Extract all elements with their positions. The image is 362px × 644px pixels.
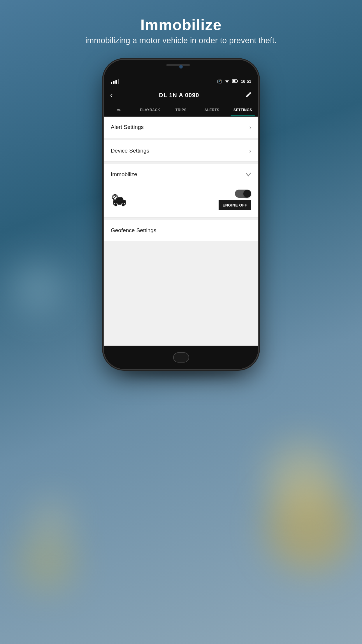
immobilize-row[interactable]: Immobilize — [104, 164, 258, 185]
tab-settings-label: SETTINGS — [233, 108, 252, 112]
front-camera — [179, 65, 183, 69]
phone-shell: 📳 16:51 ‹ DL 1N A 0090 — [104, 60, 258, 369]
alert-settings-item: Alert Settings › — [104, 117, 258, 138]
tab-playback[interactable]: PLAYBACK — [135, 103, 166, 116]
toggle-thumb — [243, 190, 251, 197]
car-immobilize-icon — [111, 193, 128, 207]
battery-icon — [232, 79, 238, 84]
phone-top-bezel — [104, 60, 258, 76]
tab-bar: VE PLAYBACK TRIPS ALERTS SETTINGS — [104, 103, 258, 117]
edit-button[interactable] — [245, 91, 252, 99]
page-title: Immobilize — [85, 16, 277, 34]
immobilize-content: ENGINE OFF — [104, 185, 258, 217]
page-header: Immobilize immobilizing a motor vehicle … — [85, 16, 277, 45]
bokeh-decoration — [266, 440, 339, 513]
tab-trips[interactable]: TRIPS — [166, 103, 196, 116]
time-display: 16:51 — [241, 79, 251, 84]
status-bar: 📳 16:51 — [104, 76, 258, 87]
device-settings-row[interactable]: Device Settings › — [104, 140, 258, 161]
speaker-grill — [166, 64, 190, 66]
vibrate-icon: 📳 — [217, 79, 222, 84]
immobilize-label: Immobilize — [111, 171, 137, 178]
immobilize-toggle[interactable] — [235, 190, 251, 198]
immobilize-item: Immobilize — [104, 164, 258, 218]
immobilize-toggle-area: ENGINE OFF — [219, 190, 251, 210]
chevron-right-icon: › — [249, 124, 251, 131]
chevron-down-icon — [245, 171, 251, 178]
geofence-settings-label: Geofence Settings — [111, 227, 156, 234]
svg-point-4 — [114, 203, 117, 206]
bokeh-decoration — [12, 262, 64, 315]
signal-icon — [111, 79, 119, 84]
engine-status-badge: ENGINE OFF — [219, 200, 251, 210]
geofence-settings-item: Geofence Settings — [104, 220, 258, 241]
bokeh-decoration — [29, 498, 73, 542]
alert-settings-label: Alert Settings — [111, 124, 144, 130]
geofence-settings-row[interactable]: Geofence Settings — [104, 220, 258, 241]
back-button[interactable]: ‹ — [110, 91, 113, 100]
settings-list: Alert Settings › Device Settings › Immob… — [104, 117, 258, 244]
signal-bar-4 — [118, 79, 119, 84]
tab-settings[interactable]: SETTINGS — [227, 103, 258, 116]
tab-alerts[interactable]: ALERTS — [196, 103, 227, 116]
tab-live[interactable]: VE — [104, 103, 135, 116]
svg-rect-2 — [233, 80, 236, 82]
wifi-icon — [224, 79, 230, 84]
tab-playback-label: PLAYBACK — [140, 108, 160, 112]
signal-bar-3 — [115, 80, 117, 84]
phone-bottom-bezel — [104, 346, 258, 369]
bokeh-decoration — [266, 484, 353, 571]
nav-bar: ‹ DL 1N A 0090 — [104, 87, 258, 103]
device-settings-label: Device Settings — [111, 148, 149, 154]
tab-trips-label: TRIPS — [175, 108, 187, 112]
signal-bar-2 — [113, 81, 115, 84]
status-right-icons: 📳 16:51 — [217, 79, 251, 84]
device-settings-item: Device Settings › — [104, 140, 258, 162]
alert-settings-row[interactable]: Alert Settings › — [104, 117, 258, 138]
vehicle-id-label: DL 1N A 0090 — [159, 92, 199, 99]
chevron-right-icon-2: › — [249, 148, 251, 154]
screen-content: Alert Settings › Device Settings › Immob… — [104, 117, 258, 346]
svg-rect-1 — [238, 80, 238, 82]
page-subtitle: immobilizing a motor vehicle in order to… — [85, 36, 277, 45]
home-button[interactable] — [173, 352, 189, 363]
tab-live-label: VE — [117, 108, 122, 112]
svg-point-5 — [122, 203, 125, 206]
tab-alerts-label: ALERTS — [205, 108, 219, 112]
bokeh-decoration — [17, 533, 76, 592]
signal-bar-1 — [111, 82, 112, 84]
